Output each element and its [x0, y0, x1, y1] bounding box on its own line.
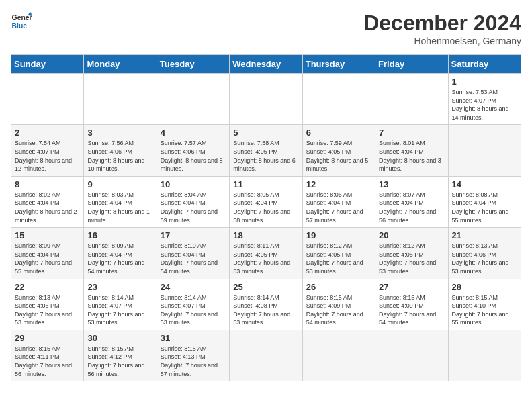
day-number: 15 [15, 230, 80, 240]
day-number: 22 [15, 282, 80, 292]
day-info: Sunrise: 8:09 AMSunset: 4:04 PMDaylight:… [87, 242, 152, 275]
day-info: Sunrise: 8:15 AMSunset: 4:09 PMDaylight:… [379, 293, 444, 327]
day-info: Sunrise: 8:05 AMSunset: 4:04 PMDaylight:… [233, 191, 298, 224]
calendar-header-friday: Friday [375, 55, 448, 74]
day-info: Sunrise: 8:01 AMSunset: 4:04 PMDaylight:… [379, 139, 444, 173]
day-info: Sunrise: 8:06 AMSunset: 4:04 PMDaylight:… [306, 191, 371, 224]
day-number: 17 [161, 230, 226, 240]
day-info: Sunrise: 8:11 AMSunset: 4:05 PMDaylight:… [233, 242, 298, 275]
day-info: Sunrise: 8:12 AMSunset: 4:05 PMDaylight:… [379, 242, 444, 275]
calendar-cell: 7Sunrise: 8:01 AMSunset: 4:04 PMDaylight… [375, 125, 448, 176]
logo: General Blue [11, 11, 32, 32]
calendar-cell [230, 74, 302, 125]
day-info: Sunrise: 8:13 AMSunset: 4:06 PMDaylight:… [15, 293, 80, 327]
calendar-cell: 12Sunrise: 8:06 AMSunset: 4:04 PMDayligh… [302, 176, 375, 227]
logo-icon: General Blue [11, 11, 32, 32]
calendar-cell [448, 330, 521, 381]
day-number: 25 [233, 282, 298, 292]
calendar-cell: 27Sunrise: 8:15 AMSunset: 4:09 PMDayligh… [375, 279, 448, 330]
calendar-header-saturday: Saturday [448, 55, 521, 74]
calendar-cell: 11Sunrise: 8:05 AMSunset: 4:04 PMDayligh… [230, 176, 302, 227]
day-number: 24 [161, 282, 226, 292]
calendar-cell: 14Sunrise: 8:08 AMSunset: 4:04 PMDayligh… [448, 176, 521, 227]
calendar-cell: 28Sunrise: 8:15 AMSunset: 4:10 PMDayligh… [448, 279, 521, 330]
day-info: Sunrise: 7:54 AMSunset: 4:07 PMDaylight:… [15, 139, 80, 173]
day-number: 13 [379, 179, 444, 189]
day-info: Sunrise: 7:59 AMSunset: 4:05 PMDaylight:… [306, 139, 371, 173]
day-info: Sunrise: 8:02 AMSunset: 4:04 PMDaylight:… [15, 191, 80, 224]
calendar-cell [11, 74, 84, 125]
title-block: December 2024 Hohenmoelsen, Germany [363, 11, 521, 46]
calendar-cell: 3Sunrise: 7:56 AMSunset: 4:06 PMDaylight… [84, 125, 157, 176]
calendar-cell: 8Sunrise: 8:02 AMSunset: 4:04 PMDaylight… [11, 176, 84, 227]
calendar-cell: 21Sunrise: 8:13 AMSunset: 4:06 PMDayligh… [448, 228, 521, 279]
day-info: Sunrise: 8:12 AMSunset: 4:05 PMDaylight:… [306, 242, 371, 275]
day-number: 12 [306, 179, 371, 189]
day-number: 10 [161, 179, 226, 189]
day-info: Sunrise: 8:14 AMSunset: 4:07 PMDaylight:… [87, 293, 152, 327]
svg-text:Blue: Blue [12, 22, 28, 30]
calendar-cell [230, 330, 302, 381]
day-number: 19 [306, 230, 371, 240]
calendar-cell [157, 74, 229, 125]
day-info: Sunrise: 7:58 AMSunset: 4:05 PMDaylight:… [233, 139, 298, 173]
day-info: Sunrise: 8:03 AMSunset: 4:04 PMDaylight:… [87, 191, 152, 224]
calendar-header-sunday: Sunday [11, 55, 84, 74]
day-info: Sunrise: 8:15 AMSunset: 4:13 PMDaylight:… [161, 345, 226, 378]
svg-text:General: General [12, 14, 32, 21]
calendar-cell [375, 330, 448, 381]
calendar-cell: 15Sunrise: 8:09 AMSunset: 4:04 PMDayligh… [11, 228, 84, 279]
calendar-cell [302, 330, 375, 381]
day-number: 8 [15, 179, 80, 189]
day-number: 18 [233, 230, 298, 240]
calendar-cell: 5Sunrise: 7:58 AMSunset: 4:05 PMDaylight… [230, 125, 302, 176]
day-number: 21 [452, 230, 517, 240]
day-number: 6 [306, 128, 371, 138]
calendar-cell [302, 74, 375, 125]
calendar-cell: 4Sunrise: 7:57 AMSunset: 4:06 PMDaylight… [157, 125, 229, 176]
day-info: Sunrise: 8:15 AMSunset: 4:12 PMDaylight:… [87, 345, 152, 378]
calendar-cell: 26Sunrise: 8:15 AMSunset: 4:09 PMDayligh… [302, 279, 375, 330]
day-info: Sunrise: 8:14 AMSunset: 4:08 PMDaylight:… [233, 293, 298, 327]
day-number: 29 [15, 333, 80, 343]
calendar-cell: 23Sunrise: 8:14 AMSunset: 4:07 PMDayligh… [84, 279, 157, 330]
calendar-cell: 31Sunrise: 8:15 AMSunset: 4:13 PMDayligh… [157, 330, 229, 381]
page-header: General Blue December 2024 Hohenmoelsen,… [11, 11, 521, 46]
day-number: 3 [87, 128, 152, 138]
day-number: 30 [87, 333, 152, 343]
calendar-cell: 19Sunrise: 8:12 AMSunset: 4:05 PMDayligh… [302, 228, 375, 279]
day-info: Sunrise: 8:15 AMSunset: 4:11 PMDaylight:… [15, 345, 80, 378]
location: Hohenmoelsen, Germany [363, 36, 521, 46]
day-info: Sunrise: 8:14 AMSunset: 4:07 PMDaylight:… [161, 293, 226, 327]
day-info: Sunrise: 7:57 AMSunset: 4:06 PMDaylight:… [161, 139, 226, 173]
day-number: 5 [233, 128, 298, 138]
calendar-header-row: SundayMondayTuesdayWednesdayThursdayFrid… [11, 55, 521, 74]
day-info: Sunrise: 8:10 AMSunset: 4:04 PMDaylight:… [161, 242, 226, 275]
day-number: 20 [379, 230, 444, 240]
calendar-cell: 30Sunrise: 8:15 AMSunset: 4:12 PMDayligh… [84, 330, 157, 381]
calendar-cell: 25Sunrise: 8:14 AMSunset: 4:08 PMDayligh… [230, 279, 302, 330]
day-info: Sunrise: 8:09 AMSunset: 4:04 PMDaylight:… [15, 242, 80, 275]
calendar-cell: 18Sunrise: 8:11 AMSunset: 4:05 PMDayligh… [230, 228, 302, 279]
calendar-cell: 2Sunrise: 7:54 AMSunset: 4:07 PMDaylight… [11, 125, 84, 176]
calendar-cell: 9Sunrise: 8:03 AMSunset: 4:04 PMDaylight… [84, 176, 157, 227]
day-info: Sunrise: 8:15 AMSunset: 4:10 PMDaylight:… [452, 293, 517, 327]
calendar-cell [375, 74, 448, 125]
day-number: 16 [87, 230, 152, 240]
day-number: 9 [87, 179, 152, 189]
day-info: Sunrise: 7:56 AMSunset: 4:06 PMDaylight:… [87, 139, 152, 173]
calendar-cell: 16Sunrise: 8:09 AMSunset: 4:04 PMDayligh… [84, 228, 157, 279]
day-info: Sunrise: 8:04 AMSunset: 4:04 PMDaylight:… [161, 191, 226, 224]
day-number: 27 [379, 282, 444, 292]
day-number: 26 [306, 282, 371, 292]
day-info: Sunrise: 8:07 AMSunset: 4:04 PMDaylight:… [379, 191, 444, 224]
calendar-cell: 20Sunrise: 8:12 AMSunset: 4:05 PMDayligh… [375, 228, 448, 279]
day-number: 2 [15, 128, 80, 138]
calendar-cell [448, 125, 521, 176]
calendar-cell: 17Sunrise: 8:10 AMSunset: 4:04 PMDayligh… [157, 228, 229, 279]
calendar-cell: 1Sunrise: 7:53 AMSunset: 4:07 PMDaylight… [448, 74, 521, 125]
calendar-cell: 13Sunrise: 8:07 AMSunset: 4:04 PMDayligh… [375, 176, 448, 227]
day-number: 4 [161, 128, 226, 138]
calendar-header-tuesday: Tuesday [157, 55, 229, 74]
day-number: 28 [452, 282, 517, 292]
